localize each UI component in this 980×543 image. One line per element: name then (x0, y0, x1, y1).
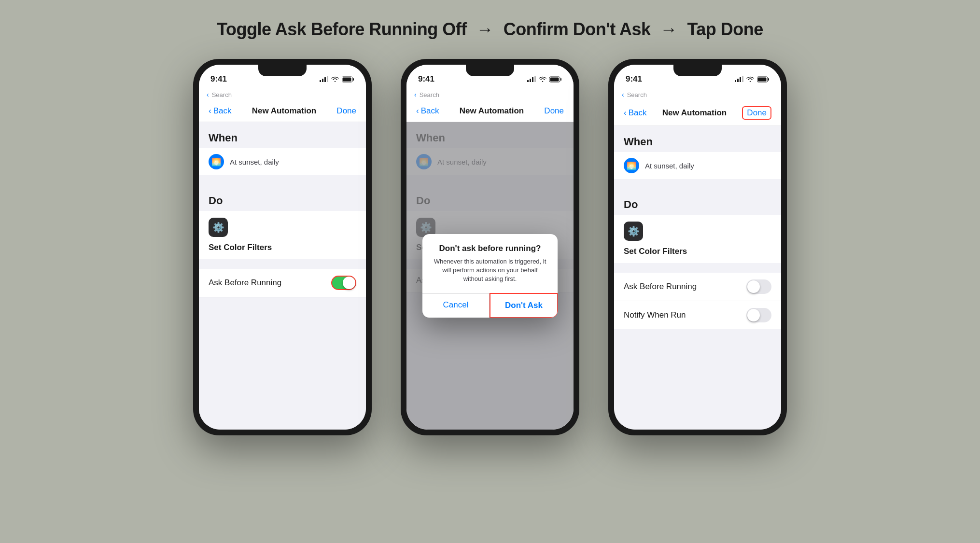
phones-row: 9:41 (29, 59, 951, 435)
svg-rect-7 (527, 80, 529, 82)
phone1-ask-toggle[interactable] (331, 276, 356, 290)
phone3-ask-toggle[interactable] (746, 279, 771, 294)
phone2-nav-bar: ‹ Back New Automation Done (406, 102, 574, 122)
phone1-ask-label: Ask Before Running (209, 278, 281, 288)
phone2-alert-title: Don't ask before running? (422, 234, 558, 257)
phone3: 9:41 (608, 59, 787, 435)
svg-rect-13 (550, 77, 559, 81)
phone1-screen: 9:41 (199, 65, 366, 430)
phone2-notch (466, 65, 514, 76)
phone3-ask-label: Ask Before Running (624, 282, 697, 292)
phone3-notify-row[interactable]: Notify When Run (614, 301, 781, 329)
wifi-icon2 (539, 76, 546, 82)
phone1-do-label: Set Color Filters (209, 243, 356, 252)
svg-rect-0 (320, 80, 321, 82)
phone3-search-text: Search (627, 91, 647, 98)
phone2-status-bar: 9:41 (406, 65, 574, 89)
phone1-sunset-icon: 🌅 (209, 154, 224, 169)
phone1-back-button[interactable]: ‹ Back (209, 106, 231, 116)
phone3-spacer1 (614, 179, 781, 189)
phone2-dont-ask-button[interactable]: Don't Ask (490, 293, 558, 318)
phone2-back-label: Back (421, 106, 439, 116)
phone2-alert-overlay: Don't ask before running? Whenever this … (406, 122, 574, 430)
phone1-back-label: Back (213, 106, 232, 116)
phone1-do-group: ⚙️ Set Color Filters (199, 211, 366, 259)
phone3-when-item[interactable]: 🌅 At sunset, daily (614, 152, 781, 179)
phone1-search-bar: ‹ Search (207, 91, 358, 98)
phone1-do-item[interactable]: ⚙️ Set Color Filters (199, 211, 366, 259)
svg-rect-10 (534, 76, 536, 82)
phone1: 9:41 (193, 59, 372, 435)
phone1-settings-group: Ask Before Running (199, 269, 366, 297)
battery-icon (342, 76, 354, 83)
phone1-do-header: Do (199, 185, 366, 211)
svg-rect-9 (532, 77, 533, 82)
phone1-search-text: Search (212, 91, 232, 98)
phone3-back-label: Back (629, 108, 647, 118)
phone3-back-chevron: ‹ (624, 108, 627, 118)
phone3-done-button[interactable]: Done (742, 106, 771, 120)
svg-rect-15 (737, 79, 739, 82)
search-back-chevron2: ‹ (414, 91, 417, 98)
phone2-nav-title: New Automation (460, 106, 524, 116)
phone3-nav-title: New Automation (662, 108, 727, 118)
phone1-status-bar: 9:41 (199, 65, 366, 89)
svg-rect-20 (758, 77, 767, 81)
svg-rect-2 (324, 77, 326, 82)
phone3-when-text: At sunset, daily (645, 162, 694, 170)
battery-icon3 (757, 76, 770, 83)
step2-label: Confirm Don't Ask (504, 19, 651, 40)
svg-rect-3 (327, 76, 328, 82)
phone1-search-row: ‹ Search (199, 89, 366, 102)
phone3-color-filter-icon: ⚙️ (624, 222, 643, 241)
battery-icon2 (549, 76, 562, 83)
step1-label: Toggle Ask Before Running Off (217, 19, 466, 40)
phone3-notch (673, 65, 722, 76)
phone1-when-group: 🌅 At sunset, daily (199, 148, 366, 175)
phone2-status-icons (527, 76, 562, 83)
phone3-ask-row[interactable]: Ask Before Running (614, 273, 781, 301)
svg-rect-1 (322, 79, 323, 82)
svg-rect-17 (742, 76, 743, 82)
phone3-status-icons (735, 76, 770, 83)
phone2-cancel-button[interactable]: Cancel (422, 293, 489, 318)
phone2: 9:41 (401, 59, 579, 435)
phone3-when-group: 🌅 At sunset, daily (614, 152, 781, 179)
phone1-when-header: When (199, 122, 366, 148)
phone2-back-chevron: ‹ (416, 106, 419, 116)
phone1-when-text: At sunset, daily (230, 158, 279, 166)
phone3-spacer2 (614, 263, 781, 273)
phone2-search-text: Search (420, 91, 439, 98)
phone3-back-button[interactable]: ‹ Back (624, 108, 646, 118)
phone1-done-button[interactable]: Done (336, 106, 356, 116)
phone3-nav-bar: ‹ Back New Automation Done (614, 102, 781, 126)
phone3-do-label: Set Color Filters (624, 247, 771, 256)
phone2-back-button[interactable]: ‹ Back (416, 106, 439, 116)
phone3-when-header: When (614, 126, 781, 152)
phone2-done-button[interactable]: Done (544, 106, 564, 116)
search-back-chevron3: ‹ (622, 91, 624, 98)
phone3-screen: 9:41 (614, 65, 781, 430)
phone3-search-bar: ‹ Search (622, 91, 773, 98)
phone3-time: 9:41 (626, 74, 642, 84)
phone2-alert-buttons: Cancel Don't Ask (422, 293, 558, 318)
phone2-search-bar: ‹ Search (414, 91, 566, 98)
phone1-ask-row[interactable]: Ask Before Running (199, 269, 366, 297)
phone1-when-item[interactable]: 🌅 At sunset, daily (199, 148, 366, 175)
svg-rect-8 (530, 79, 531, 82)
svg-rect-6 (343, 77, 351, 81)
phone1-notch (258, 65, 307, 76)
phone3-notify-toggle[interactable] (746, 308, 771, 322)
phone3-do-item[interactable]: ⚙️ Set Color Filters (614, 215, 781, 263)
phone3-do-header: Do (614, 189, 781, 215)
phone2-alert-message: Whenever this automation is triggered, i… (422, 257, 558, 293)
phone1-spacer1 (199, 175, 366, 185)
svg-rect-12 (560, 78, 561, 81)
phone3-notify-label: Notify When Run (624, 310, 686, 320)
phone3-do-group: ⚙️ Set Color Filters (614, 215, 781, 263)
phone2-time: 9:41 (418, 74, 434, 84)
wifi-icon (331, 76, 339, 82)
arrow1: → (476, 19, 494, 40)
phone3-status-bar: 9:41 (614, 65, 781, 89)
wifi-icon3 (746, 76, 754, 82)
